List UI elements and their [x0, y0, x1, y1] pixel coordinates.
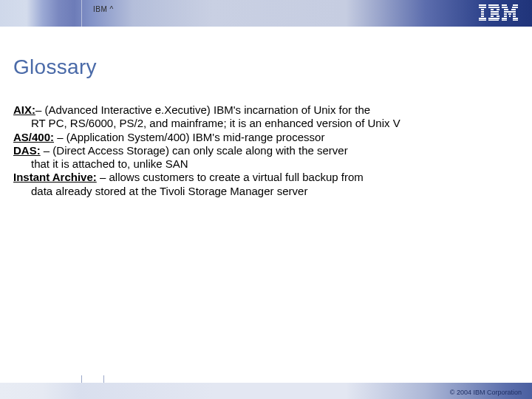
svg-rect-15	[497, 16, 499, 17]
svg-rect-11	[497, 9, 499, 10]
glossary-term: AS/400:	[13, 131, 54, 143]
footer-tick	[103, 375, 104, 383]
svg-rect-18	[502, 4, 507, 6]
glossary-def-lead: – (Advanced Interactive e.Xecutive) IBM'…	[35, 103, 370, 116]
svg-rect-25	[504, 13, 507, 15]
svg-rect-12	[491, 11, 499, 13]
svg-rect-17	[488, 20, 499, 21]
glossary-entry: Instant Archive: – allows customers to c…	[13, 171, 519, 198]
glossary-body: AIX:– (Advanced Interactive e.Xecutive) …	[13, 103, 519, 198]
svg-rect-10	[491, 9, 494, 10]
header-banner: IBM ^	[0, 0, 532, 27]
glossary-def-continuation: RT PC, RS/6000, PS/2, and mainframe; it …	[13, 117, 519, 130]
svg-rect-3	[481, 11, 484, 13]
svg-rect-8	[488, 4, 499, 6]
svg-rect-26	[508, 13, 511, 15]
svg-rect-13	[491, 13, 499, 15]
svg-rect-6	[479, 18, 486, 19]
svg-rect-29	[509, 16, 511, 17]
svg-rect-7	[479, 20, 486, 21]
svg-rect-21	[512, 7, 518, 8]
svg-rect-5	[481, 16, 484, 17]
glossary-def-lead: – allows customers to create a virtual f…	[97, 171, 364, 183]
glossary-def-continuation: data already stored at the Tivoli Storag…	[13, 185, 519, 198]
svg-rect-32	[513, 18, 518, 19]
svg-rect-20	[502, 7, 508, 8]
svg-rect-27	[513, 13, 516, 15]
svg-rect-30	[513, 16, 516, 17]
svg-rect-31	[502, 18, 507, 19]
copyright-text: © 2004 IBM Corporation	[450, 389, 522, 396]
header-small-label: IBM ^	[93, 5, 114, 13]
svg-rect-9	[488, 7, 499, 8]
svg-rect-22	[504, 9, 508, 10]
glossary-term: DAS:	[13, 144, 41, 157]
svg-rect-0	[479, 4, 486, 6]
slide: IBM ^	[0, 0, 532, 399]
page-title: Glossary	[13, 55, 97, 79]
glossary-def-continuation: that it is attached to, unlike SAN	[13, 157, 519, 171]
svg-rect-24	[504, 11, 516, 13]
svg-rect-16	[488, 18, 499, 19]
footer-tick	[81, 375, 82, 383]
glossary-entry: AS/400: – (Application System/400) IBM's…	[13, 131, 519, 144]
svg-rect-23	[511, 9, 516, 10]
ibm-logo-icon	[479, 4, 519, 21]
svg-rect-34	[513, 20, 518, 21]
svg-rect-19	[513, 4, 518, 6]
svg-rect-1	[479, 7, 486, 8]
svg-rect-28	[504, 16, 507, 17]
glossary-def-lead: – (Direct Access Storage) can only scale…	[41, 144, 348, 157]
glossary-term: AIX:	[13, 103, 35, 116]
footer: © 2004 IBM Corporation	[0, 375, 532, 399]
glossary-entry: AIX:– (Advanced Interactive e.Xecutive) …	[13, 103, 519, 131]
glossary-entry: DAS: – (Direct Access Storage) can only …	[13, 144, 519, 171]
svg-rect-4	[481, 13, 484, 15]
glossary-term: Instant Archive:	[13, 171, 97, 183]
svg-rect-14	[491, 16, 494, 17]
header-divider	[81, 0, 82, 27]
svg-rect-33	[502, 20, 507, 21]
glossary-def-lead: – (Application System/400) IBM's mid-ran…	[54, 131, 324, 143]
svg-rect-2	[481, 9, 484, 10]
